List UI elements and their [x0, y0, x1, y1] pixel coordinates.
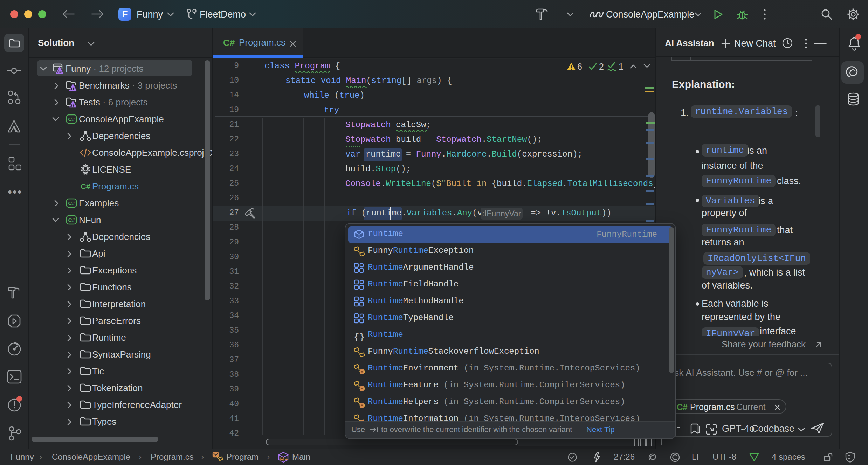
svg-text:C#: C#	[68, 200, 75, 206]
svg-text:C#: C#	[81, 182, 90, 191]
svg-text:C#: C#	[68, 217, 75, 223]
svg-text:C#: C#	[68, 116, 75, 122]
